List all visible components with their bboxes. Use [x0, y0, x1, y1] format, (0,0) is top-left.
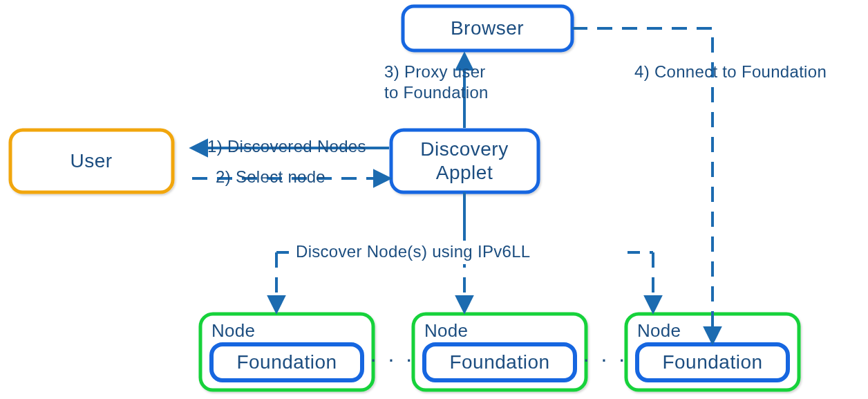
node-label-1: Node: [211, 320, 255, 341]
ellipsis-2: · · ·: [583, 346, 628, 371]
edge-label-step2: 2) Select node: [216, 167, 326, 186]
edge-label-step3-line2: to Foundation: [384, 83, 489, 102]
foundation-label-1: Foundation: [236, 351, 337, 373]
user-label: User: [70, 150, 112, 171]
browser-label: Browser: [451, 17, 524, 39]
node-box-1: Node Foundation: [200, 314, 373, 390]
ellipsis-1: · · ·: [370, 346, 415, 371]
discovery-applet-box: Discovery Applet: [391, 130, 538, 192]
edge-label-step3-line1: 3) Proxy user: [384, 62, 486, 81]
node-label-2: Node: [424, 320, 468, 341]
edge-label-step4: 4) Connect to Foundation: [634, 62, 827, 81]
user-box: User: [10, 130, 173, 192]
discovery-label-2: Applet: [436, 162, 493, 183]
foundation-label-3: Foundation: [662, 351, 762, 373]
node-box-2: Node Foundation: [413, 314, 586, 390]
discovery-label-1: Discovery: [420, 138, 508, 160]
edge-label-step1: 1) Discovered Nodes: [207, 137, 366, 156]
edge-label-discover: Discover Node(s) using IPv6LL: [296, 242, 531, 261]
browser-box: Browser: [403, 6, 572, 50]
architecture-diagram: Browser User Discovery Applet Node Found…: [0, 0, 868, 399]
node-label-3: Node: [637, 320, 681, 341]
foundation-label-2: Foundation: [449, 351, 549, 373]
